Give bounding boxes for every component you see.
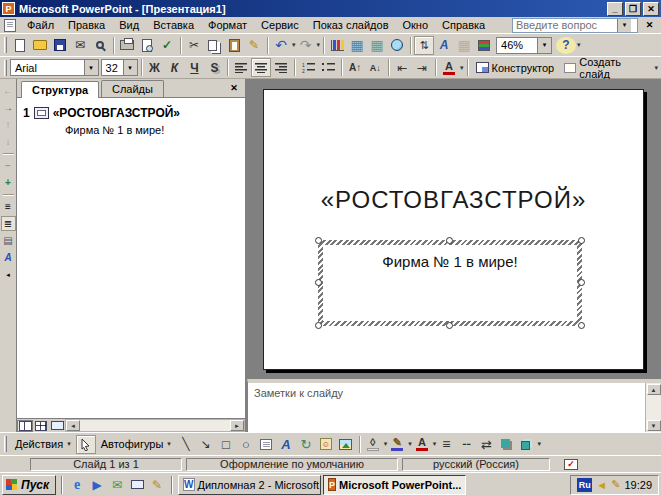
open-button[interactable] xyxy=(30,36,50,55)
zoom-dropdown-icon[interactable]: ▾ xyxy=(537,38,551,53)
close-button[interactable]: ✕ xyxy=(643,2,659,16)
normal-view-button[interactable] xyxy=(17,420,33,432)
show-formatting-button[interactable]: A xyxy=(1,250,16,265)
font-color-dropdown-icon[interactable]: ▾ xyxy=(460,64,464,72)
save-button[interactable] xyxy=(50,36,70,55)
decrease-indent-button[interactable]: ⇤ xyxy=(392,58,412,77)
wordart-button[interactable]: A xyxy=(276,435,296,454)
grid-button[interactable]: ▦ xyxy=(454,36,474,55)
show-desktop-icon[interactable] xyxy=(128,476,146,494)
slide-subtitle-text[interactable]: Фирма № 1 в мире! xyxy=(323,245,577,321)
resize-handle[interactable] xyxy=(446,237,453,244)
text-shadow-button[interactable]: S xyxy=(204,58,224,77)
internet-explorer-icon[interactable]: e xyxy=(68,476,86,494)
task-powerpoint[interactable]: P Microsoft PowerPoint... xyxy=(323,475,466,495)
rectangle-button[interactable]: □ xyxy=(216,435,236,454)
expand-all-button[interactable]: ≣ xyxy=(1,216,16,231)
collapse-all-button[interactable]: ≡ xyxy=(1,199,16,214)
scrollbar-track[interactable] xyxy=(80,420,230,431)
email-button[interactable]: ✉ xyxy=(70,36,90,55)
toolbar-grip[interactable] xyxy=(4,60,7,76)
bullets-button[interactable] xyxy=(318,58,338,77)
volume-icon[interactable]: ◄ xyxy=(596,479,607,491)
decrease-font-button[interactable]: A↓ xyxy=(365,58,385,77)
promote-button[interactable]: ← xyxy=(1,83,16,98)
summary-slide-button[interactable]: ▤ xyxy=(1,233,16,248)
slide-thumbnail-icon[interactable] xyxy=(34,107,49,119)
resize-handle[interactable] xyxy=(578,322,585,329)
move-down-button[interactable]: ↓ xyxy=(1,134,16,149)
clock[interactable]: 19:29 xyxy=(624,479,652,491)
resize-handle[interactable] xyxy=(578,279,585,286)
font-combo[interactable]: Arial ▾ xyxy=(10,59,99,76)
ask-dropdown-icon[interactable]: ▾ xyxy=(617,19,631,32)
expand-button[interactable]: + xyxy=(1,175,16,190)
print-button[interactable] xyxy=(117,36,137,55)
increase-font-button[interactable]: A↑ xyxy=(345,58,365,77)
search-button[interactable] xyxy=(90,36,110,55)
expand-all-button[interactable]: ⇅ xyxy=(414,36,434,55)
spelling-button[interactable]: ✓ xyxy=(157,36,177,55)
italic-button[interactable]: К xyxy=(164,58,184,77)
fill-color-button[interactable]: ◊ xyxy=(363,435,383,454)
pen-tray-icon[interactable]: ✎ xyxy=(611,478,620,491)
resize-handle[interactable] xyxy=(578,237,585,244)
powerpoint-app-icon[interactable]: P xyxy=(2,2,15,15)
menu-edit[interactable]: Правка xyxy=(61,18,112,32)
cut-button[interactable]: ✂ xyxy=(184,36,204,55)
toolbar-grip[interactable] xyxy=(4,436,7,452)
outline-horizontal-scrollbar[interactable]: ◄ ► xyxy=(65,419,245,432)
font-size-combo[interactable]: 32 ▾ xyxy=(101,59,138,76)
slide-canvas[interactable]: «РОСТОВГАЗСТРОЙ» Фирма № 1 в мире! xyxy=(263,89,644,370)
redo-dropdown-icon[interactable]: ▾ xyxy=(317,41,321,49)
shadow-style-button[interactable] xyxy=(496,435,516,454)
color-grayscale-button[interactable] xyxy=(474,36,494,55)
select-objects-button[interactable] xyxy=(76,435,96,454)
line-style-button[interactable]: ≡ xyxy=(436,435,456,454)
3d-style-button[interactable] xyxy=(516,435,536,454)
hyperlink-button[interactable] xyxy=(387,36,407,55)
notes-pane[interactable]: Заметки к слайду ▲ ▼ xyxy=(247,379,661,432)
resize-handle[interactable] xyxy=(315,279,322,286)
demote-button[interactable]: → xyxy=(1,100,16,115)
design-template-status[interactable]: Оформление по умолчанию xyxy=(186,458,398,471)
design-button[interactable]: Конструктор xyxy=(471,60,560,76)
numbering-button[interactable]: 12 xyxy=(298,58,318,77)
new-slide-button[interactable]: Создать слайд xyxy=(559,54,653,82)
toolbar-grip[interactable] xyxy=(4,37,7,53)
oval-button[interactable]: ○ xyxy=(236,435,256,454)
toolbar-options-icon[interactable]: ▾ xyxy=(537,440,541,448)
help-button[interactable]: ? xyxy=(556,37,576,54)
spelling-status-icon[interactable]: ✓ xyxy=(564,459,578,470)
show-formatting-button[interactable]: A xyxy=(434,36,454,55)
line-color-button[interactable]: ✎ xyxy=(387,435,407,454)
copy-button[interactable] xyxy=(204,36,224,55)
align-right-button[interactable] xyxy=(271,58,291,77)
minimize-button[interactable]: _ xyxy=(607,2,623,16)
toolbar-options-icon[interactable]: ▾ xyxy=(654,64,658,72)
align-left-button[interactable] xyxy=(231,58,251,77)
slide-editing-area[interactable]: «РОСТОВГАЗСТРОЙ» Фирма № 1 в мире! xyxy=(247,79,661,379)
more-buttons-icon[interactable]: ◂ xyxy=(1,267,16,282)
paste-button[interactable] xyxy=(224,36,244,55)
restore-button[interactable]: ❐ xyxy=(625,2,641,16)
tables-borders-button[interactable]: ▦ xyxy=(367,36,387,55)
menu-format[interactable]: Формат xyxy=(201,18,254,32)
arrow-style-button[interactable]: ⇄ xyxy=(476,435,496,454)
menu-tools[interactable]: Сервис xyxy=(254,18,306,32)
scroll-right-icon[interactable]: ► xyxy=(230,420,244,431)
menu-view[interactable]: Вид xyxy=(112,18,146,32)
slide-sorter-view-button[interactable] xyxy=(33,420,49,432)
collapse-button[interactable]: − xyxy=(1,158,16,173)
redo-button[interactable]: ↷ xyxy=(296,36,316,55)
notes-scrollbar[interactable]: ▲ ▼ xyxy=(645,383,661,432)
task-word-document[interactable]: W Дипломная 2 - Microsoft ... xyxy=(178,475,321,495)
start-button[interactable]: Пуск xyxy=(2,475,56,495)
tab-outline[interactable]: Структура xyxy=(21,81,99,98)
notes-placeholder[interactable]: Заметки к слайду xyxy=(248,383,645,432)
draw-actions-button[interactable]: Действия ▾ xyxy=(10,436,76,452)
autoshapes-button[interactable]: Автофигуры ▾ xyxy=(96,436,176,452)
selected-text-box[interactable]: Фирма № 1 в мире! xyxy=(318,240,582,326)
pen-quick-launch-icon[interactable]: ✎ xyxy=(148,476,166,494)
insert-table-button[interactable]: ▦ xyxy=(347,36,367,55)
